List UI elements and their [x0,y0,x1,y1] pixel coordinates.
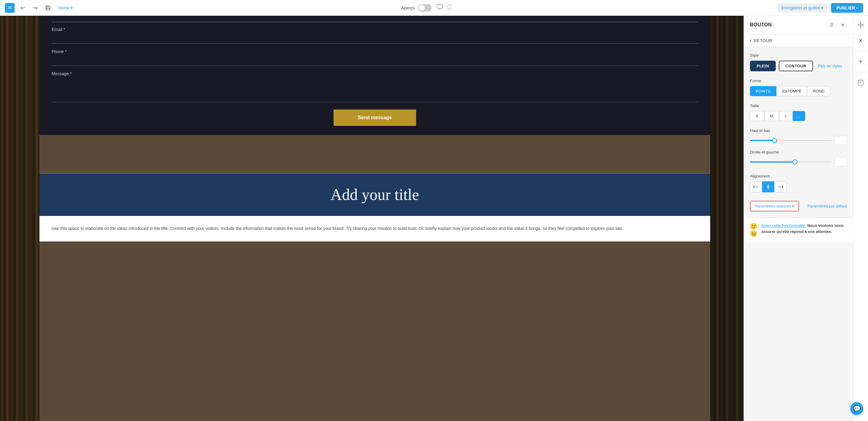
close-right-icon[interactable]: ✕ [855,35,866,46]
publier-label: PUBLIER [836,5,855,10]
email-label: Email * [52,27,698,32]
main-container: Email * Phone * Message * Send message [0,16,868,421]
align-center-button[interactable] [762,182,774,192]
phone-label: Phone * [52,49,698,54]
align-left-button[interactable] [750,182,762,192]
svg-rect-6 [753,185,754,188]
back-link[interactable]: ‹ RETOUR [744,34,853,47]
network-icon[interactable] [855,20,866,30]
droite-gauche-label: Droite et gauche [750,150,847,154]
far-right-panel: ✕ + [853,16,868,421]
svg-rect-11 [782,185,783,188]
topbar-center: Aperçu [79,4,775,12]
back-label: RETOUR [753,38,772,43]
cart-icon[interactable] [855,77,866,88]
style-options: PLEIN CONTOUR Plus de styles [750,61,847,71]
apercu-toggle[interactable] [418,4,432,11]
align-options [750,182,847,192]
params-defaut-label: Paramètres par défaut [808,204,847,208]
forme-pointu-button[interactable]: POINTU [750,86,776,96]
haut-bas-label: Haut et bas [750,128,847,133]
style-label: Style [750,53,847,58]
panel-header: BOUTON ✕ [744,16,853,34]
haut-bas-row: Haut et bas [750,128,847,145]
email-icon[interactable]: ✉ [5,3,14,13]
taille-section: Taille S M L ... [750,103,847,121]
taille-label: Taille [750,103,847,108]
mobile-icon[interactable] [447,4,452,12]
message-input[interactable] [52,78,698,102]
haut-bas-value [835,136,847,145]
forme-section: Forme POINTU ESTOMPÉ ROND [750,78,847,96]
home-button[interactable]: Home ▾ [56,4,75,12]
bg-left [0,16,39,421]
taille-l-button[interactable]: L [779,111,793,121]
email-input[interactable] [52,34,698,44]
svg-point-13 [860,24,862,26]
topbar: ✉ ↩ ↪ Home ▾ Aperçu Enregistrer et quitt… [0,0,868,16]
emoji-rating-icon[interactable]: 🙂😐 [750,223,758,237]
canvas-area: Email * Phone * Message * Send message [0,16,744,421]
apercu-label: Aperçu [401,5,414,10]
add-icon[interactable]: + [855,56,866,67]
params-avances-chevron: ▾ [792,204,794,208]
style-section: Style PLEIN CONTOUR Plus de styles [750,53,847,71]
enregistrer-button[interactable]: Enregistrer et quitter ▾ [778,3,827,12]
divider-1 [853,51,868,51]
desc-text: Use this space to elaborate on the ideas… [52,225,698,232]
haut-bas-thumb[interactable] [772,138,777,143]
note-text: Noter cette fonctionnalité. Nous voulons… [762,223,847,234]
send-message-label: Send message [358,115,392,120]
align-right-button[interactable] [774,182,786,192]
forme-estompe-button[interactable]: ESTOMPÉ [776,86,807,96]
forme-options: POINTU ESTOMPÉ ROND [750,86,847,96]
params-avances-button[interactable]: Paramètres avancés ▾ [750,201,799,212]
noter-link[interactable]: Noter cette fonctionnalité. [762,223,806,228]
close-panel-icon[interactable]: ✕ [838,21,847,29]
title-heading: Add your title [45,186,704,203]
home-chevron: ▾ [71,5,73,10]
droite-gauche-thumb[interactable] [793,160,797,164]
pin-icon[interactable] [827,21,836,29]
bg-right [710,16,744,421]
desc-section: Use this space to elaborate on the ideas… [39,216,710,241]
desktop-icon[interactable] [436,4,443,12]
taille-more-button[interactable]: ... [793,111,805,121]
enregistrer-label: Enregistrer et quitter [781,5,820,10]
style-more-button[interactable]: Plus de styles [816,61,844,71]
redo-button[interactable]: ↪ [30,3,40,13]
note-section: 🙂😐 Noter cette fonctionnalité. Nous voul… [744,218,853,242]
style-contour-button[interactable]: CONTOUR [779,61,813,71]
canvas-inner: Email * Phone * Message * Send message [0,16,744,421]
taille-s-button[interactable]: S [750,111,764,121]
message-field-group: Message * [52,71,698,103]
alignement-label: Alignement [750,174,847,179]
params-avances-label: Paramètres avancés [755,204,791,208]
phone-input[interactable] [52,56,698,66]
form-area: Email * Phone * Message * Send message [39,16,710,135]
forme-rond-button[interactable]: ROND [807,86,830,96]
back-chevron: ‹ [750,37,752,44]
forme-label: Forme [750,78,847,83]
undo-button[interactable]: ↩ [18,3,27,13]
message-label: Message * [52,71,698,76]
alignement-section: Alignement [750,174,847,192]
taille-m-button[interactable]: M [764,111,779,121]
send-message-button[interactable]: Send message [334,109,416,126]
params-row: Paramètres avancés ▾ Paramètres par défa… [750,200,847,212]
style-plein-button[interactable]: PLEIN [750,61,776,71]
enregistrer-chevron: ▾ [821,5,824,10]
title-section: Add your title [39,173,710,216]
email-field-group: Email * [52,27,698,44]
svg-point-17 [862,24,863,26]
droite-gauche-row: Droite et gauche [750,150,847,166]
droite-gauche-value [835,157,847,166]
svg-point-14 [860,22,861,23]
chat-bubble[interactable]: 💬 [850,402,863,415]
publier-button[interactable]: PUBLIER › [831,3,863,13]
svg-point-15 [860,27,861,28]
params-defaut-button[interactable]: Paramètres par défaut [808,204,847,208]
topbar-left: ✉ ↩ ↪ Home ▾ [5,3,75,13]
taille-options: S M L ... [750,111,847,121]
save-button[interactable] [43,3,53,13]
